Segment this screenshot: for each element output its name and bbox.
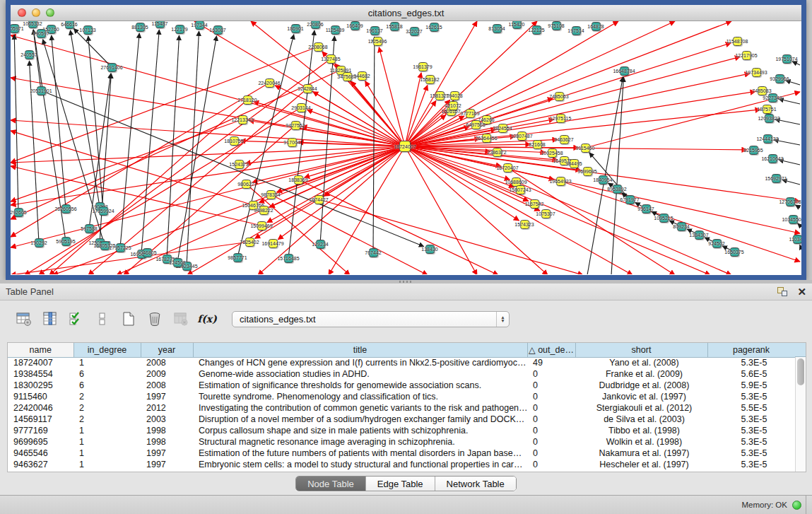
graph-node[interactable]: 8215955 [749,146,758,155]
graph-node[interactable]: 1524373 [235,160,244,169]
graph-node[interactable]: 138430 [425,245,435,254]
graph-node[interactable]: 9427552 [291,121,300,130]
graph-node[interactable]: 129234 [316,240,325,249]
table-row[interactable]: 2242004622012Investigating the contribut… [8,402,795,414]
table-cell[interactable]: 9115460 [8,391,73,402]
graph-node[interactable]: 110343 [793,235,802,244]
graph-node[interactable]: 917004 [288,138,297,147]
graph-node[interactable]: 27691406 [107,63,117,72]
graph-node[interactable]: 9329966 [775,74,784,83]
table-cell[interactable]: de Silva et al. (2003) [575,414,707,425]
table-cell[interactable]: Changes of HCN gene expression and I(f) … [193,357,527,368]
node-table[interactable]: namein_degreeyeartitle△ out_de…shortpage… [8,343,796,470]
graph-node[interactable]: 1810755 [230,136,239,146]
column-header-pagerank[interactable]: pagerank [707,343,795,357]
tab-network-table[interactable]: Network Table [435,477,516,491]
graph-node[interactable]: 16210643 [768,154,777,163]
graph-node[interactable]: 186901 [291,24,300,33]
table-row[interactable]: 946362711997Embryonic stem cells: a mode… [8,459,795,470]
graph-node[interactable]: 107133 [83,25,93,35]
table-cell[interactable]: 6 [73,368,141,380]
graph-node[interactable]: 122179 [175,25,184,34]
float-panel-icon[interactable] [777,287,787,296]
graph-node[interactable]: 8953892 [613,185,622,194]
graph-node[interactable]: 936147 [642,204,651,214]
graph-node[interactable]: 155818 [390,22,399,31]
table-cell[interactable]: 5.3E-5 [707,425,795,436]
window-titlebar[interactable]: citations_edges.txt [11,5,801,21]
graph-node[interactable]: 15692971 [772,174,781,183]
table-cell[interactable]: 0 [527,402,575,414]
graph-node[interactable]: 1875751 [763,105,772,114]
table-cell[interactable]: 1997 [141,459,193,470]
graph-node[interactable]: 1558182 [425,75,435,84]
table-cell[interactable]: Nakamura et al. (1997) [575,448,707,459]
table-cell[interactable]: 0 [527,380,575,391]
graph-node[interactable]: 9463627 [560,135,569,144]
table-cell[interactable]: 1997 [141,448,193,459]
new-document-button[interactable] [119,309,139,329]
table-cell[interactable]: 1998 [141,425,193,436]
table-cell[interactable]: 18724007 [8,357,73,368]
graph-node[interactable]: 7625402 [245,238,254,247]
graph-node[interactable]: 9699695 [583,167,592,176]
graph-node[interactable]: 9878334 [266,190,276,199]
table-cell[interactable]: 0 [527,414,575,425]
table-cell[interactable]: Embryonic stem cells: a model to study s… [193,459,527,470]
table-cell[interactable]: 5.9E-5 [707,380,795,391]
graph-node[interactable]: 975108 [552,21,561,30]
table-cell[interactable]: Structural magnetic resonance image aver… [193,436,527,448]
graph-node[interactable]: 19751074 [782,54,792,64]
graph-node[interactable]: 19734493 [752,68,761,77]
graph-node[interactable]: 944682 [358,71,367,81]
table-cell[interactable]: 1 [73,459,141,470]
graph-node[interactable]: 15099469 [257,221,266,230]
table-cell[interactable]: 19384554 [8,368,73,380]
graph-node[interactable]: 19654923 [556,177,565,186]
graph-node[interactable]: 1961379 [418,62,428,71]
table-row[interactable]: 1872400712008Changes of HCN gene express… [8,357,795,368]
table-cell[interactable]: 9465546 [8,448,73,459]
graph-node[interactable]: 22420046 [265,78,274,88]
graph-node[interactable]: 980627 [242,180,251,189]
table-cell[interactable]: Stergiakouli et al. (2012) [575,402,707,414]
graph-node[interactable]: 10025458 [548,148,557,158]
graph-node[interactable]: 9242844 [303,84,312,93]
graph-node[interactable]: 163087 [213,25,223,35]
table-cell[interactable]: 5.5E-5 [707,402,795,414]
table-cell[interactable]: 2008 [141,380,193,391]
column-header-out_de[interactable]: △ out_de… [527,343,575,357]
table-cell[interactable]: Genome-wide association studies in ADHD. [193,368,527,380]
table-cell[interactable]: 9463627 [8,459,73,470]
column-header-name[interactable]: name [8,343,73,357]
graph-node[interactable]: 122125 [532,25,541,35]
graph-node[interactable]: 5905195 [61,237,71,246]
graph-node[interactable]: 1905971 [11,24,19,33]
graph-node[interactable]: 9115460 [581,144,590,153]
function-builder-button[interactable]: f(x) [197,309,217,329]
graph-node[interactable]: 794028 [450,91,459,100]
table-cell[interactable]: 9699695 [8,436,73,448]
table-row[interactable]: 1830029562008Estimation of significance … [8,380,795,391]
table-select-dropdown[interactable]: citations_edges.txt ▲▼ [232,311,510,327]
graph-node[interactable]: 15807243 [516,185,525,194]
graph-node[interactable]: 6791977 [625,195,635,204]
graph-node[interactable]: 240557 [25,50,34,59]
table-cell[interactable]: 2008 [141,357,193,368]
graph-node[interactable]: 190597 [37,29,46,38]
graph-node[interactable]: 2903144 [297,103,306,112]
memory-ok-icon[interactable] [792,501,801,510]
tab-node-table[interactable]: Node Table [296,477,366,491]
graph-node[interactable]: 1574323 [520,220,529,229]
table-cell[interactable]: 5.3E-5 [707,414,795,425]
graph-node[interactable]: 9227349 [768,93,777,103]
graph-node[interactable]: 809234 [677,222,686,231]
graph-node[interactable]: 1167542 [530,199,539,209]
graph-node[interactable]: 190292 [35,238,44,247]
graph-node[interactable]: 9046805 [143,248,152,257]
table-cell[interactable]: 0 [527,391,575,402]
table-cell[interactable]: Jankovic et al. (1997) [575,391,707,402]
graph-node[interactable]: 821608 [533,140,542,149]
graph-node[interactable]: 11548708 [733,37,742,46]
table-cell[interactable]: Tourette syndrome. Phenomenology and cla… [193,391,527,402]
